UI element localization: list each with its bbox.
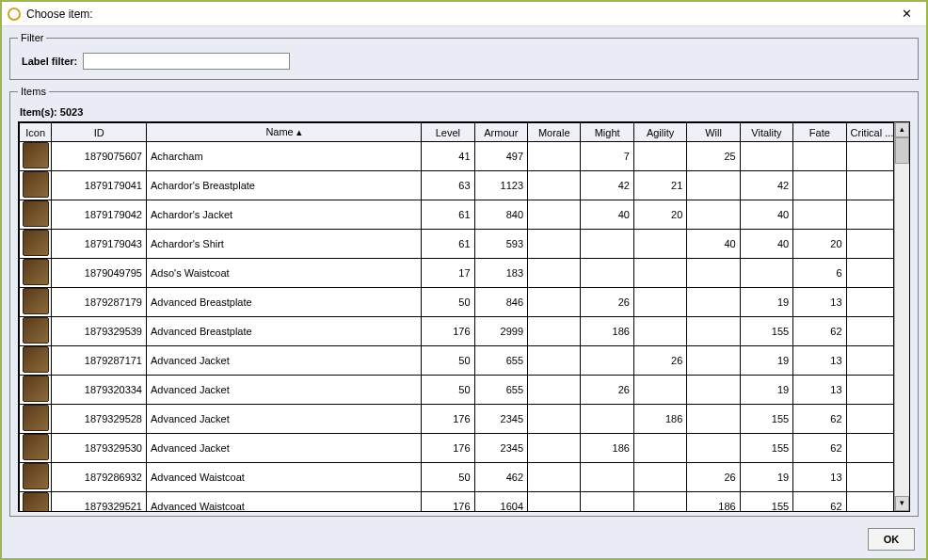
item-icon [23,346,49,373]
cell-agility [633,434,686,463]
cell-id: 1879287171 [52,346,147,376]
item-icon-cell [20,230,52,259]
cell-might [581,346,633,376]
cell-critical [846,200,893,230]
cell-vitality: 19 [740,376,792,405]
table-row[interactable]: 1879049795Adso's Waistcoat171836 [20,259,894,288]
vertical-scrollbar[interactable]: ▴ ▾ [894,122,909,511]
cell-name: Advanced Jacket [147,346,422,376]
col-header-icon[interactable]: Icon [20,123,52,142]
cell-vitality: 155 [740,434,792,463]
col-header-fate[interactable]: Fate [793,123,846,142]
scroll-up-button[interactable]: ▴ [895,122,909,137]
table-row[interactable]: 1879179041Achardor's Breastplate63112342… [20,171,894,200]
cell-might: 40 [581,200,633,230]
items-group: Items Item(s): 5023 IconIDNameLevelArmou… [9,86,919,517]
cell-fate: 62 [793,434,846,463]
cell-armour: 2345 [474,434,527,463]
col-header-will[interactable]: Will [687,123,740,142]
cell-morale [528,171,581,200]
table-row[interactable]: 1879179043Achardor's Shirt61593404020 [20,230,894,259]
item-icon-cell [20,259,52,288]
cell-vitality: 155 [740,405,792,434]
cell-might: 186 [581,434,633,463]
scroll-track[interactable] [895,137,909,496]
item-icon [23,230,49,256]
table-row[interactable]: 1879287171Advanced Jacket50655261913 [20,346,894,376]
col-header-morale[interactable]: Morale [528,123,581,142]
cell-level: 50 [422,463,474,492]
table-row[interactable]: 1879329521Advanced Waistcoat176160418615… [20,492,894,512]
item-icon [23,492,49,511]
cell-vitality: 42 [740,171,792,200]
cell-critical [846,259,893,288]
table-row[interactable]: 1879320334Advanced Jacket50655261913 [20,376,894,405]
items-legend: Items [18,86,49,97]
cell-name: Adso's Waistcoat [147,259,422,288]
item-icon [23,463,49,489]
label-filter-input[interactable] [83,53,290,70]
item-icon [23,171,49,198]
scroll-down-button[interactable]: ▾ [895,496,909,511]
item-icon [23,405,49,431]
cell-agility [633,317,686,346]
close-button[interactable]: ✕ [892,4,920,24]
cell-might [581,492,633,512]
cell-id: 1879329528 [52,405,147,434]
cell-fate: 62 [793,492,846,512]
cell-critical [846,346,893,376]
scroll-thumb[interactable] [895,137,909,164]
col-header-id[interactable]: ID [52,123,147,142]
cell-level: 176 [422,434,474,463]
cell-morale [528,230,581,259]
table-row[interactable]: 1879329539Advanced Breastplate1762999186… [20,317,894,346]
filter-legend: Filter [18,32,46,43]
cell-critical [846,463,893,492]
cell-fate [793,171,846,200]
table-row[interactable]: 1879179042Achardor's Jacket61840402040 [20,200,894,230]
col-header-level[interactable]: Level [422,123,474,142]
col-header-critical-[interactable]: Critical ... [846,123,893,142]
item-icon [23,376,49,402]
cell-will [687,288,740,317]
cell-will [687,171,740,200]
window-title: Choose item: [26,8,93,21]
cell-agility: 186 [633,405,686,434]
filter-group: Filter Label filter: [9,32,919,80]
cell-name: Advanced Jacket [147,434,422,463]
table-row[interactable]: 1879329528Advanced Jacket176234518615562 [20,405,894,434]
item-icon [23,142,49,168]
cell-fate: 6 [793,259,846,288]
item-icon-cell [20,346,52,376]
cell-vitality: 155 [740,492,792,512]
table-row[interactable]: 1879286932Advanced Waistcoat50462261913 [20,463,894,492]
table-header-row: IconIDNameLevelArmourMoraleMightAgilityW… [20,123,894,142]
cell-will [687,200,740,230]
items-table: IconIDNameLevelArmourMoraleMightAgilityW… [19,122,894,511]
cell-agility [633,376,686,405]
cell-will [687,434,740,463]
cell-will: 40 [687,230,740,259]
col-header-might[interactable]: Might [581,123,633,142]
cell-will [687,317,740,346]
cell-might [581,405,633,434]
cell-id: 1879075607 [52,142,147,171]
table-row[interactable]: 1879329530Advanced Jacket176234518615562 [20,434,894,463]
cell-level: 41 [422,142,474,171]
col-header-armour[interactable]: Armour [474,123,527,142]
item-icon-cell [20,317,52,346]
cell-fate: 20 [793,230,846,259]
cell-might: 26 [581,288,633,317]
col-header-name[interactable]: Name [147,123,422,142]
cell-will: 26 [687,463,740,492]
ok-button[interactable]: OK [868,528,915,551]
cell-vitality [740,259,792,288]
table-row[interactable]: 1879287179Advanced Breastplate5084626191… [20,288,894,317]
cell-vitality: 19 [740,288,792,317]
table-row[interactable]: 1879075607Acharcham41497725 [20,142,894,171]
cell-agility [633,288,686,317]
col-header-vitality[interactable]: Vitality [740,123,792,142]
item-icon-cell [20,405,52,434]
cell-morale [528,288,581,317]
col-header-agility[interactable]: Agility [633,123,686,142]
